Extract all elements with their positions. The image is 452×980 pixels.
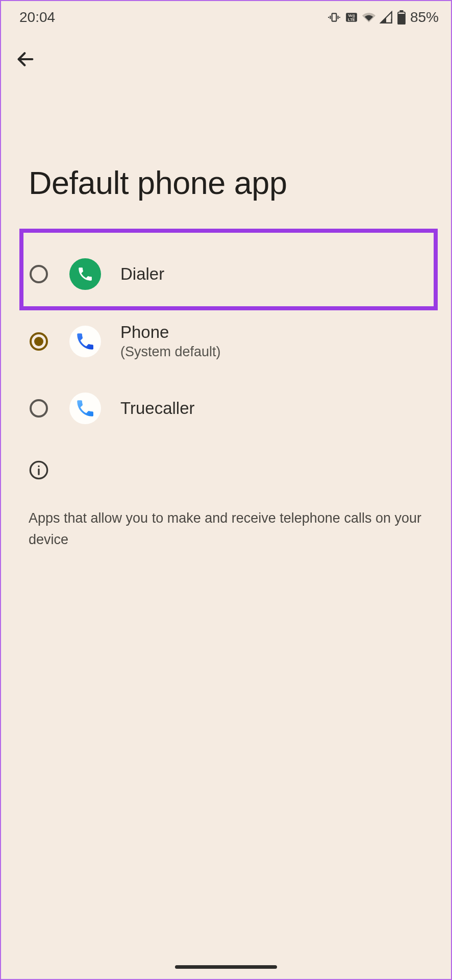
svg-rect-11 [398,14,405,24]
nav-handle[interactable] [175,965,277,969]
option-phone[interactable]: Phone (System default) [1,306,451,376]
svg-point-15 [38,465,39,467]
dialer-app-icon [69,258,101,290]
option-label: Phone [120,323,221,342]
radio-icon [30,265,48,283]
svg-text:LTE: LTE [348,17,355,22]
option-label: Truecaller [120,399,195,418]
option-label: Dialer [120,264,164,284]
top-bar [1,32,451,78]
info-description: Apps that allow you to make and receive … [29,508,423,551]
radio-icon [30,399,48,418]
option-dialer[interactable]: Dialer [1,242,451,306]
option-sublabel: (System default) [120,344,221,360]
svg-rect-0 [332,13,337,21]
volte-icon: Vo)) LTE [345,11,358,24]
option-truecaller[interactable]: Truecaller [1,376,451,440]
phone-app-icon [69,326,101,357]
options-list: Dialer Phone (System default) [1,242,451,440]
battery-icon [397,10,406,24]
option-text: Phone (System default) [120,323,221,360]
status-icons: Vo)) LTE ! 85% [328,9,439,26]
info-section: Apps that allow you to make and receive … [1,460,451,551]
wifi-icon [362,11,375,24]
back-button[interactable] [13,47,38,71]
signal-icon: ! [380,11,393,24]
svg-text:!: ! [390,18,392,24]
radio-icon [30,332,48,351]
option-text: Truecaller [120,399,195,418]
vibrate-icon [328,11,341,24]
battery-pct: 85% [410,9,439,26]
info-icon [29,460,423,482]
truecaller-app-icon [69,393,101,424]
clock: 20:04 [19,9,55,26]
page-title: Default phone app [1,78,451,201]
status-bar: 20:04 Vo)) LTE [1,1,451,32]
option-text: Dialer [120,264,164,284]
